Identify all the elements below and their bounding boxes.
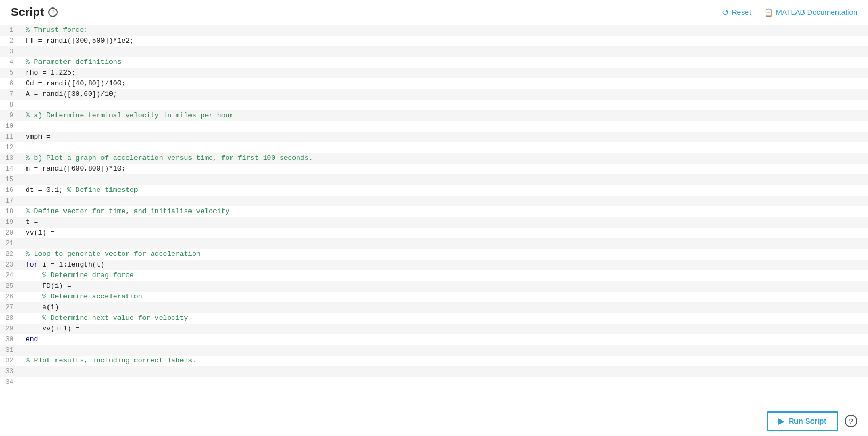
- code-line[interactable]: 8: [0, 100, 868, 110]
- code-line[interactable]: 30end: [0, 334, 868, 345]
- page-title: Script: [11, 5, 44, 19]
- line-number: 18: [0, 206, 19, 217]
- doc-icon: 📋: [764, 8, 773, 17]
- page-footer: ▶ Run Script ?: [0, 406, 868, 436]
- line-content: % Define vector for time, and initialise…: [19, 206, 229, 217]
- line-number: 24: [0, 270, 19, 281]
- code-line[interactable]: 26 % Determine acceleration: [0, 292, 868, 302]
- line-content: m = randi([600,800])*10;: [19, 164, 125, 174]
- matlab-doc-label: MATLAB Documentation: [776, 8, 857, 17]
- line-content: [19, 142, 26, 153]
- code-line[interactable]: 12: [0, 142, 868, 153]
- code-line[interactable]: 21: [0, 238, 868, 249]
- line-number: 4: [0, 57, 19, 68]
- line-content: [19, 100, 26, 110]
- line-content: % Loop to generate vector for accelerati…: [19, 249, 201, 260]
- code-editor[interactable]: 1% Thrust force:2FT = randi([300,500])*1…: [0, 25, 868, 387]
- reset-label: Reset: [731, 8, 751, 17]
- matlab-doc-button[interactable]: 📋 MATLAB Documentation: [764, 8, 857, 17]
- code-line[interactable]: 20vv(1) =: [0, 228, 868, 238]
- run-script-button[interactable]: ▶ Run Script: [767, 411, 838, 431]
- line-content: % b) Plot a graph of acceleration versus…: [19, 153, 313, 164]
- code-line[interactable]: 28 % Determine next value for velocity: [0, 313, 868, 324]
- line-content: a(i) =: [19, 302, 67, 313]
- header-left: Script ?: [11, 5, 58, 19]
- line-number: 29: [0, 324, 19, 334]
- title-help-icon[interactable]: ?: [48, 7, 58, 17]
- code-line[interactable]: 22% Loop to generate vector for accelera…: [0, 249, 868, 260]
- code-line[interactable]: 17: [0, 196, 868, 206]
- line-content: A = randi([30,60])/10;: [19, 89, 117, 100]
- line-content: [19, 46, 26, 57]
- code-line[interactable]: 18% Define vector for time, and initiali…: [0, 206, 868, 217]
- line-number: 22: [0, 249, 19, 260]
- line-content: FT = randi([300,500])*1e2;: [19, 36, 134, 46]
- line-number: 25: [0, 281, 19, 292]
- code-line[interactable]: 14m = randi([600,800])*10;: [0, 164, 868, 174]
- line-content: end: [19, 334, 38, 345]
- line-content: t =: [19, 217, 38, 228]
- code-line[interactable]: 4% Parameter definitions: [0, 57, 868, 68]
- line-number: 23: [0, 260, 19, 270]
- code-line[interactable]: 5rho = 1.225;: [0, 68, 868, 78]
- line-number: 6: [0, 78, 19, 89]
- line-number: 20: [0, 228, 19, 238]
- run-script-label: Run Script: [789, 417, 826, 425]
- line-content: [19, 366, 26, 377]
- line-number: 11: [0, 132, 19, 142]
- code-line[interactable]: 15: [0, 174, 868, 185]
- code-line[interactable]: 25 FD(i) =: [0, 281, 868, 292]
- code-line[interactable]: 33: [0, 366, 868, 377]
- code-line[interactable]: 29 vv(i+1) =: [0, 324, 868, 334]
- line-content: % Thrust force:: [19, 25, 88, 36]
- run-icon: ▶: [778, 417, 784, 425]
- line-number: 10: [0, 121, 19, 132]
- code-line[interactable]: 11vmph =: [0, 132, 868, 142]
- header-right: ↺ Reset 📋 MATLAB Documentation: [722, 7, 857, 18]
- line-number: 12: [0, 142, 19, 153]
- line-number: 27: [0, 302, 19, 313]
- line-content: rho = 1.225;: [19, 68, 76, 78]
- code-line[interactable]: 9% a) Determine terminal velocity in mil…: [0, 110, 868, 121]
- reset-icon: ↺: [722, 7, 729, 18]
- code-line[interactable]: 31: [0, 345, 868, 356]
- reset-button[interactable]: ↺ Reset: [722, 7, 751, 18]
- line-number: 21: [0, 238, 19, 249]
- line-number: 8: [0, 100, 19, 110]
- line-content: [19, 377, 26, 387]
- code-line[interactable]: 7A = randi([30,60])/10;: [0, 89, 868, 100]
- code-line[interactable]: 34: [0, 377, 868, 387]
- line-content: % Plot results, including correct labels…: [19, 356, 196, 366]
- line-number: 28: [0, 313, 19, 324]
- line-number: 3: [0, 46, 19, 57]
- line-content: for i = 1:length(t): [19, 260, 105, 270]
- code-line[interactable]: 32% Plot results, including correct labe…: [0, 356, 868, 366]
- code-line[interactable]: 10: [0, 121, 868, 132]
- line-number: 26: [0, 292, 19, 302]
- line-number: 34: [0, 377, 19, 387]
- line-number: 17: [0, 196, 19, 206]
- code-line[interactable]: 16dt = 0.1; % Define timestep: [0, 185, 868, 196]
- line-number: 2: [0, 36, 19, 46]
- code-line[interactable]: 3: [0, 46, 868, 57]
- line-content: dt = 0.1; % Define timestep: [19, 185, 138, 196]
- code-line[interactable]: 2FT = randi([300,500])*1e2;: [0, 36, 868, 46]
- code-line[interactable]: 13% b) Plot a graph of acceleration vers…: [0, 153, 868, 164]
- line-content: % a) Determine terminal velocity in mile…: [19, 110, 234, 121]
- line-content: vmph =: [19, 132, 51, 142]
- line-number: 33: [0, 366, 19, 377]
- code-line[interactable]: 23for i = 1:length(t): [0, 260, 868, 270]
- line-content: FD(i) =: [19, 281, 71, 292]
- code-line[interactable]: 6Cd = randi([40,80])/100;: [0, 78, 868, 89]
- line-number: 19: [0, 217, 19, 228]
- line-content: Cd = randi([40,80])/100;: [19, 78, 125, 89]
- line-number: 13: [0, 153, 19, 164]
- code-line[interactable]: 27 a(i) =: [0, 302, 868, 313]
- line-content: % Determine next value for velocity: [19, 313, 188, 324]
- code-line[interactable]: 19t =: [0, 217, 868, 228]
- line-number: 30: [0, 334, 19, 345]
- line-number: 16: [0, 185, 19, 196]
- footer-help-icon[interactable]: ?: [845, 415, 857, 427]
- code-line[interactable]: 24 % Determine drag force: [0, 270, 868, 281]
- code-line[interactable]: 1% Thrust force:: [0, 25, 868, 36]
